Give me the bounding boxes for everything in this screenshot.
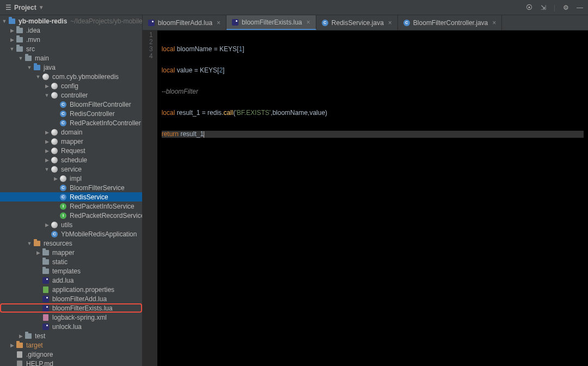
top-toolbar: ☰ Project ▼ ⦿ ⇲ | ⚙ — [0,0,588,15]
tree-config[interactable]: config [0,81,142,90]
xml-file-icon [43,314,48,321]
toolbar-divider: | [554,4,555,11]
package-icon [51,138,58,145]
hide-icon[interactable]: — [576,4,584,11]
class-icon: C [60,101,66,108]
resources-folder-icon [34,241,40,246]
chevron-down-icon: ▼ [39,4,44,10]
lua-file-icon [42,305,49,312]
close-icon[interactable]: × [217,19,220,27]
gear-icon[interactable]: ⚙ [562,4,569,11]
target-icon[interactable]: ⦿ [525,4,533,11]
tree-svc3[interactable]: IRedPacketInfoService [0,202,142,211]
tree-impl[interactable]: impl [0,174,142,183]
tree-target[interactable]: target [0,340,142,350]
close-icon[interactable]: × [388,19,392,27]
target-folder-icon [16,343,23,348]
folder-icon [42,269,49,274]
tree-main[interactable]: main [0,53,142,63]
file-icon [17,351,22,358]
tree-static[interactable]: static [0,257,142,266]
tree-app[interactable]: CYbMobileRedisApplication [0,229,142,239]
tree-test[interactable]: test [0,331,142,340]
tree-idea[interactable]: .idea [0,26,142,35]
tree-bfexists[interactable]: bloomFilterExists.lua [0,303,142,313]
tab-bloomfilterexists[interactable]: bloomFilterExists.lua× [226,15,316,30]
tree-templates[interactable]: templates [0,266,142,276]
package-icon [51,166,58,173]
tab-bloomfiltercontroller[interactable]: CBloomFilterController.java× [398,15,502,30]
package-icon [51,148,58,154]
editor-tabs: bloomFilterAdd.lua× bloomFilterExists.lu… [143,15,588,30]
tree-java[interactable]: java [0,63,142,72]
tree-root[interactable]: yb-mobile-redis~/IdeaProjects/yb-mobile-… [0,16,142,26]
tree-ctrl1[interactable]: CBloomFilterController [0,100,142,109]
package-icon [51,222,58,228]
tree-ctrl3[interactable]: CRedPacketInfoController [0,118,142,127]
tree-addlua[interactable]: add.lua [0,276,142,285]
markdown-file-icon [17,361,22,367]
tree-gitignore[interactable]: .gitignore [0,350,142,359]
expand-icon[interactable]: ⇲ [540,4,547,11]
java-file-icon: C [322,20,328,26]
tree-controller[interactable]: controller [0,90,142,100]
folder-icon [16,37,23,42]
tree-svc4[interactable]: IRedPacketRecordService [0,211,142,220]
text-cursor [204,131,204,138]
package-icon [51,83,58,89]
tree-package[interactable]: com.cyb.ybmobileredis [0,72,142,81]
tree-svc1[interactable]: CBloomFilterService [0,183,142,192]
tree-unlock[interactable]: unlock.lua [0,322,142,331]
folder-icon [42,250,49,255]
tree-resources[interactable]: resources [0,239,142,248]
interface-icon: I [60,203,66,210]
tree-res-mapper[interactable]: mapper [0,248,142,257]
tree-mapper[interactable]: mapper [0,137,142,146]
package-icon [51,157,58,163]
folder-icon [42,259,49,265]
tree-help[interactable]: HELP.md [0,359,142,366]
src-folder-icon [34,65,40,70]
lua-file-icon [42,324,49,330]
properties-file-icon [43,286,48,293]
folder-icon [25,56,32,61]
class-icon: C [60,194,66,200]
tree-logback[interactable]: logback-spring.xml [0,313,142,322]
folder-icon [16,28,23,33]
class-icon: C [60,111,66,117]
tree-mvn[interactable]: .mvn [0,35,142,44]
tree-ctrl2[interactable]: CRedisController [0,109,142,118]
tab-bloomfilteradd[interactable]: bloomFilterAdd.lua× [143,15,226,30]
lua-file-icon [42,277,49,284]
project-tree[interactable]: yb-mobile-redis~/IdeaProjects/yb-mobile-… [0,15,143,366]
tree-svc2[interactable]: CRedisService [0,192,142,202]
lua-file-icon [42,296,49,302]
java-file-icon: C [403,20,410,26]
class-icon: C [60,120,66,126]
line-gutter: 1 2 3 4 [143,30,157,366]
folder-icon [16,46,23,52]
tree-schedule[interactable]: schedule [0,155,142,164]
package-icon [51,129,58,136]
code-editor[interactable]: 1 2 3 4 local bloomName = KEYS[1] local … [143,30,588,366]
tree-domain[interactable]: domain [0,127,142,137]
module-icon [9,19,15,24]
tree-utils[interactable]: utils [0,220,142,229]
project-label: Project [14,4,36,11]
code-content[interactable]: local bloomName = KEYS[1] local value = … [157,30,588,366]
lua-file-icon [232,19,238,26]
tree-request[interactable]: Request [0,146,142,155]
close-icon[interactable]: × [492,19,496,27]
tab-redisservice[interactable]: CRedisService.java× [316,15,398,30]
tree-appprops[interactable]: application.properties [0,285,142,294]
lua-file-icon [148,20,155,26]
tree-src[interactable]: src [0,44,142,53]
tree-service[interactable]: service [0,164,142,174]
close-icon[interactable]: × [307,19,310,26]
tree-bfadd[interactable]: bloomFilterAdd.lua [0,294,142,303]
project-dropdown[interactable]: ☰ Project ▼ [4,4,44,11]
interface-icon: I [60,212,66,219]
class-icon: C [51,231,58,237]
package-icon [51,92,58,99]
package-icon [42,74,49,80]
